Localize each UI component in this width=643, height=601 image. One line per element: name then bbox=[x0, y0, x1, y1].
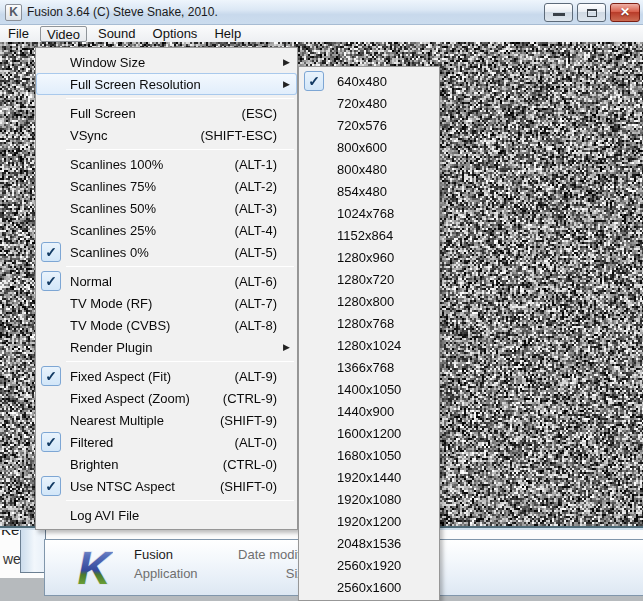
menu-item-label: 800x480 bbox=[337, 162, 387, 177]
menu-item-1920x1080[interactable]: 1920x1080 bbox=[299, 488, 439, 510]
close-icon: ✕ bbox=[611, 5, 639, 19]
menu-item-shortcut: (ALT-7) bbox=[235, 296, 289, 311]
video-menu-panel: Window Size▶Full Screen Resolution▶Full … bbox=[35, 47, 298, 530]
menu-item-1280x1024[interactable]: 1280x1024 bbox=[299, 334, 439, 356]
menu-item-label: 720x576 bbox=[337, 118, 387, 133]
menu-item-label: Full Screen bbox=[70, 106, 136, 121]
menu-item-640x480[interactable]: ✓640x480 bbox=[299, 70, 439, 92]
menu-item-1920x1440[interactable]: 1920x1440 bbox=[299, 466, 439, 488]
checkmark-icon: ✓ bbox=[41, 476, 61, 496]
menu-item-label: Nearest Multiple bbox=[70, 413, 164, 428]
menu-item-nearest-multiple[interactable]: Nearest Multiple(SHIFT-9) bbox=[36, 409, 297, 431]
titlebar[interactable]: K Fusion 3.64 (C) Steve Snake, 2010. ✕ bbox=[0, 0, 643, 25]
menu-item-1680x1050[interactable]: 1680x1050 bbox=[299, 444, 439, 466]
menu-item-render-plugin[interactable]: Render Plugin▶ bbox=[36, 336, 297, 358]
menu-item-1440x900[interactable]: 1440x900 bbox=[299, 400, 439, 422]
menu-item-1280x960[interactable]: 1280x960 bbox=[299, 246, 439, 268]
menu-item-label: Scanlines 100% bbox=[70, 157, 163, 172]
menu-item-800x480[interactable]: 800x480 bbox=[299, 158, 439, 180]
menu-item-shortcut: (ALT-6) bbox=[235, 274, 289, 289]
menu-item-label: 1920x1440 bbox=[337, 470, 401, 485]
menu-item-filtered[interactable]: ✓Filtered(ALT-0) bbox=[36, 431, 297, 453]
menu-item-label: Filtered bbox=[70, 435, 113, 450]
window-title: Fusion 3.64 (C) Steve Snake, 2010. bbox=[27, 5, 218, 19]
menu-item-tv-mode-cvbs[interactable]: TV Mode (CVBS)(ALT-8) bbox=[36, 314, 297, 336]
menu-item-label: Log AVI File bbox=[70, 508, 139, 523]
menu-item-1024x768[interactable]: 1024x768 bbox=[299, 202, 439, 224]
menu-item-label: Normal bbox=[70, 274, 112, 289]
resolution-submenu-panel: ✓640x480720x480720x576800x600800x480854x… bbox=[298, 66, 440, 601]
menu-item-label: 1920x1200 bbox=[337, 514, 401, 529]
menu-item-label: 2048x1536 bbox=[337, 536, 401, 551]
menubar-item-file[interactable]: File bbox=[2, 26, 35, 42]
menu-item-1600x1200[interactable]: 1600x1200 bbox=[299, 422, 439, 444]
menu-item-window-size[interactable]: Window Size▶ bbox=[36, 51, 297, 73]
menu-item-scanlines-0[interactable]: ✓Scanlines 0%(ALT-5) bbox=[36, 241, 297, 263]
menu-item-854x480[interactable]: 854x480 bbox=[299, 180, 439, 202]
menu-item-vsync[interactable]: VSync(SHIFT-ESC) bbox=[36, 124, 297, 146]
menu-item-scanlines-75[interactable]: Scanlines 75%(ALT-2) bbox=[36, 175, 297, 197]
menu-item-shortcut: (ALT-0) bbox=[235, 435, 289, 450]
menu-item-label: TV Mode (CVBS) bbox=[70, 318, 170, 333]
menu-item-label: 1280x960 bbox=[337, 250, 394, 265]
menu-item-720x480[interactable]: 720x480 bbox=[299, 92, 439, 114]
menu-item-1366x768[interactable]: 1366x768 bbox=[299, 356, 439, 378]
menu-item-1280x800[interactable]: 1280x800 bbox=[299, 290, 439, 312]
menu-item-1280x720[interactable]: 1280x720 bbox=[299, 268, 439, 290]
menu-item-label: 2560x1600 bbox=[337, 580, 401, 595]
menu-item-2560x1920[interactable]: 2560x1920 bbox=[299, 554, 439, 576]
menu-item-shortcut: (ALT-4) bbox=[235, 223, 289, 238]
menu-item-shortcut: (ALT-3) bbox=[235, 201, 289, 216]
menu-item-label: 1600x1200 bbox=[337, 426, 401, 441]
menu-item-label: 1920x1080 bbox=[337, 492, 401, 507]
menu-item-label: 1440x900 bbox=[337, 404, 394, 419]
menu-item-2560x1600[interactable]: 2560x1600 bbox=[299, 576, 439, 598]
menu-item-1920x1200[interactable]: 1920x1200 bbox=[299, 510, 439, 532]
menu-item-2048x1536[interactable]: 2048x1536 bbox=[299, 532, 439, 554]
menu-item-label: Window Size bbox=[70, 55, 145, 70]
menubar-item-video[interactable]: Video bbox=[40, 26, 87, 42]
menu-item-full-screen[interactable]: Full Screen(ESC) bbox=[36, 102, 297, 124]
menu-item-use-ntsc-aspect[interactable]: ✓Use NTSC Aspect(SHIFT-0) bbox=[36, 475, 297, 497]
menu-item-label: Fixed Aspect (Zoom) bbox=[70, 391, 190, 406]
menu-item-label: 1280x768 bbox=[337, 316, 394, 331]
menu-item-normal[interactable]: ✓Normal(ALT-6) bbox=[36, 270, 297, 292]
menubar-item-options[interactable]: Options bbox=[147, 26, 204, 42]
menu-item-1152x864[interactable]: 1152x864 bbox=[299, 224, 439, 246]
menu-item-shortcut: (SHIFT-ESC) bbox=[200, 128, 289, 143]
menu-item-shortcut: (ESC) bbox=[242, 106, 289, 121]
maximize-button[interactable] bbox=[577, 3, 606, 22]
menu-item-log-avi-file[interactable]: Log AVI File bbox=[36, 504, 297, 526]
menu-item-shortcut: (CTRL-9) bbox=[223, 391, 289, 406]
menu-item-brighten[interactable]: Brighten(CTRL-0) bbox=[36, 453, 297, 475]
close-button[interactable]: ✕ bbox=[610, 3, 640, 22]
menu-item-full-screen-resolution[interactable]: Full Screen Resolution▶ bbox=[36, 73, 297, 95]
menu-separator bbox=[66, 500, 294, 501]
checkmark-icon: ✓ bbox=[41, 242, 61, 262]
kega-fusion-logo-icon: K bbox=[73, 544, 113, 592]
menu-item-scanlines-100[interactable]: Scanlines 100%(ALT-1) bbox=[36, 153, 297, 175]
menu-item-1400x1050[interactable]: 1400x1050 bbox=[299, 378, 439, 400]
menu-item-label: Scanlines 25% bbox=[70, 223, 156, 238]
checkmark-icon: ✓ bbox=[41, 432, 61, 452]
menu-item-fixed-aspect-fit[interactable]: ✓Fixed Aspect (Fit)(ALT-9) bbox=[36, 365, 297, 387]
menu-item-720x576[interactable]: 720x576 bbox=[299, 114, 439, 136]
menu-item-tv-mode-rf[interactable]: TV Mode (RF)(ALT-7) bbox=[36, 292, 297, 314]
menu-item-shortcut: (CTRL-0) bbox=[223, 457, 289, 472]
menu-item-fixed-aspect-zoom[interactable]: Fixed Aspect (Zoom)(CTRL-9) bbox=[36, 387, 297, 409]
menubar: FileVideoSoundOptionsHelp bbox=[0, 26, 643, 42]
menu-item-scanlines-50[interactable]: Scanlines 50%(ALT-3) bbox=[36, 197, 297, 219]
minimize-button[interactable] bbox=[544, 3, 573, 22]
menu-item-1280x768[interactable]: 1280x768 bbox=[299, 312, 439, 334]
menu-separator bbox=[66, 361, 294, 362]
menubar-item-sound[interactable]: Sound bbox=[92, 26, 142, 42]
menu-item-shortcut: (ALT-5) bbox=[235, 245, 289, 260]
tooltip-file-name: Fusion bbox=[134, 547, 198, 562]
menu-item-label: Scanlines 50% bbox=[70, 201, 156, 216]
menu-item-shortcut: (ALT-9) bbox=[235, 369, 289, 384]
menu-item-scanlines-25[interactable]: Scanlines 25%(ALT-4) bbox=[36, 219, 297, 241]
menubar-item-help[interactable]: Help bbox=[208, 26, 247, 42]
menu-item-800x600[interactable]: 800x600 bbox=[299, 136, 439, 158]
maximize-icon bbox=[587, 9, 597, 17]
menu-item-shortcut: (ALT-8) bbox=[235, 318, 289, 333]
